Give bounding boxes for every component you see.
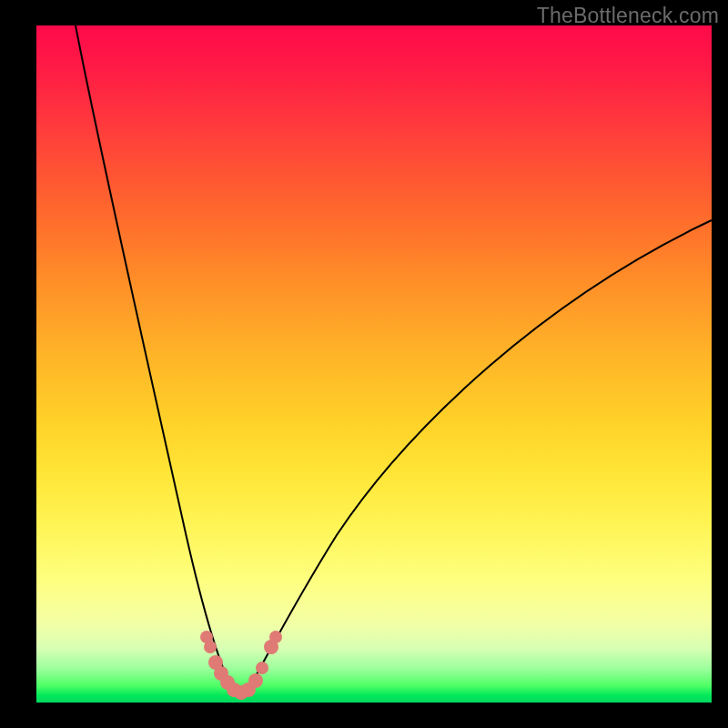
- marker-dot: [256, 662, 268, 674]
- marker-dot: [248, 673, 263, 688]
- chart-frame: TheBottleneck.com: [0, 0, 728, 728]
- trough-marker-cluster: [200, 631, 282, 700]
- marker-dot: [204, 641, 217, 653]
- plot-area: [36, 25, 712, 703]
- watermark-text: TheBottleneck.com: [537, 4, 719, 28]
- bottleneck-curve: [36, 25, 712, 703]
- curve-right-branch: [248, 220, 712, 691]
- marker-dot: [269, 631, 282, 643]
- curve-left-branch: [76, 25, 233, 691]
